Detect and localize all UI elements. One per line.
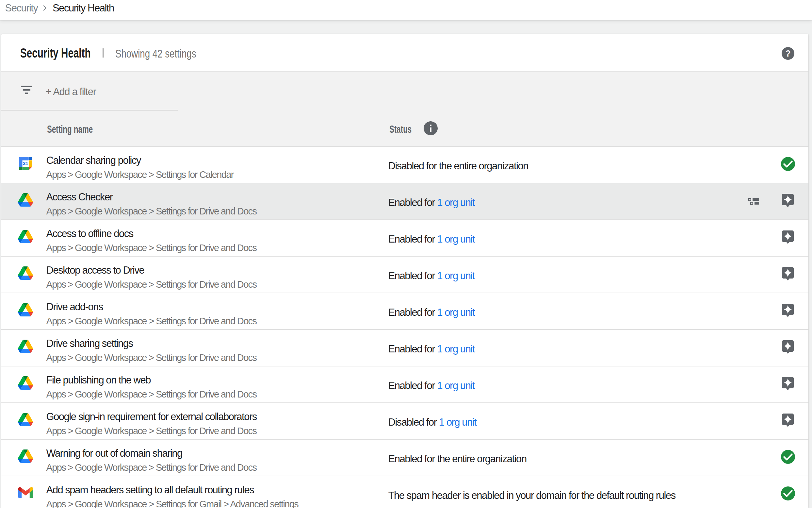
svg-text:?: ? [785, 48, 791, 58]
svg-text:31: 31 [23, 161, 29, 166]
